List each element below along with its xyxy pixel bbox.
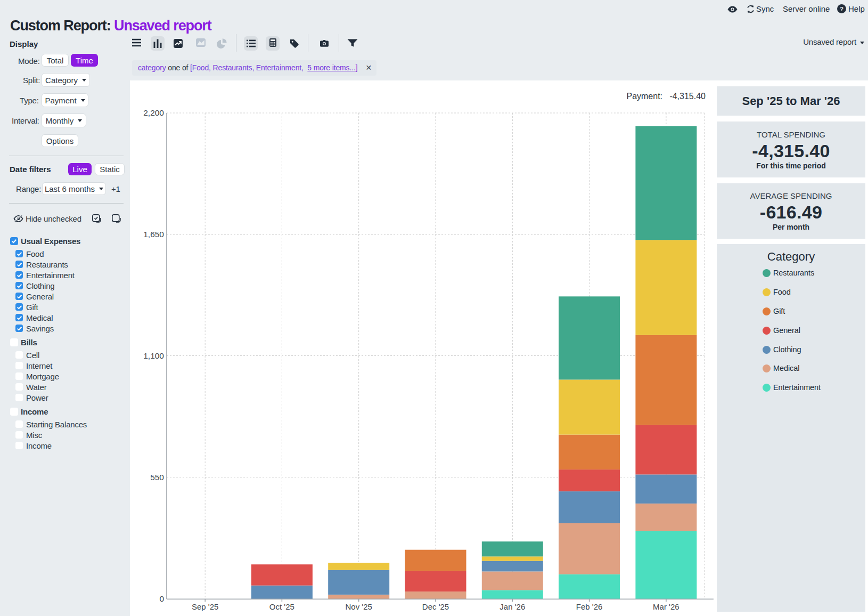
svg-text:Mar '26: Mar '26 [653,602,679,611]
svg-text:2,200: 2,200 [143,108,164,117]
svg-text:?: ? [840,6,844,12]
svg-text:Oct '25: Oct '25 [269,602,294,611]
svg-text:1,100: 1,100 [143,351,164,360]
svg-text:Dec '25: Dec '25 [422,602,449,611]
svg-text:Sep '25: Sep '25 [192,602,218,611]
svg-text:Nov '25: Nov '25 [346,602,372,611]
svg-text:1,650: 1,650 [143,230,164,239]
svg-text:550: 550 [150,473,164,482]
svg-text:Jan '26: Jan '26 [499,602,525,611]
svg-text:Feb '26: Feb '26 [576,602,603,611]
svg-text:0: 0 [159,594,164,603]
